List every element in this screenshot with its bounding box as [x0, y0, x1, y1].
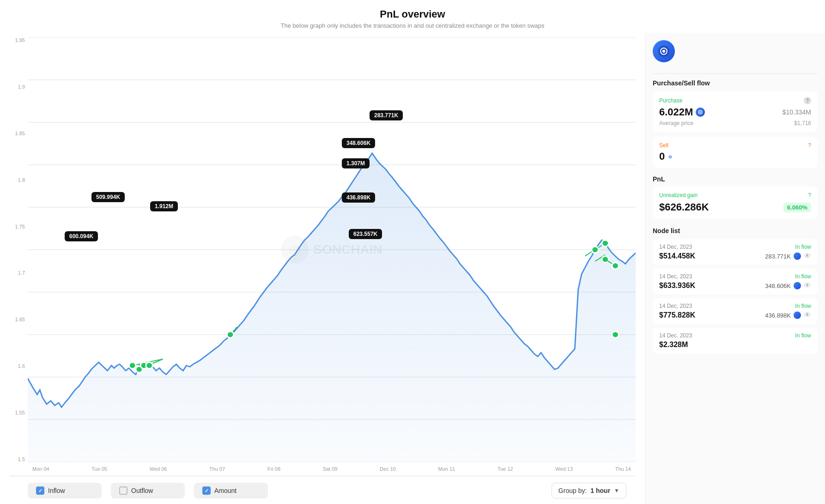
x-label: Tue 05 — [91, 466, 107, 472]
chart-container: 1.95 1.9 1.85 1.8 1.75 1.7 1.65 1.6 1.55… — [9, 37, 636, 476]
sell-section: Sell ? 0 — [653, 137, 818, 168]
node-usd: $2.328M — [659, 341, 688, 349]
purchase-main-row: 6.022M $10.334M — [659, 106, 811, 118]
main-content: 1.95 1.9 1.85 1.8 1.75 1.7 1.65 1.6 1.55… — [0, 33, 825, 504]
node-item: 14 Dec, 2023 In flow $775.828K 436.898K … — [653, 298, 818, 324]
node-item-row: $514.458K 283.771K 👁 — [659, 252, 811, 260]
node-token: 348.606K 👁 — [765, 282, 811, 290]
x-label: Thu 07 — [209, 466, 225, 472]
node-item-header: 14 Dec, 2023 In flow — [659, 332, 811, 339]
node-usd: $775.828K — [659, 311, 695, 319]
purchase-label-row: Purchase ? — [659, 97, 811, 104]
chart-area: 1.95 1.9 1.85 1.8 1.75 1.7 1.65 1.6 1.55… — [0, 33, 645, 504]
x-label: Mon 04 — [32, 466, 49, 472]
token-icon — [653, 40, 675, 62]
node-item-row: $2.328M — [659, 341, 811, 349]
node-flow-badge: In flow — [795, 273, 811, 280]
node-item-row: $775.828K 436.898K 👁 — [659, 311, 811, 319]
purchase-sell-title: Purchase/Sell flow — [653, 79, 818, 87]
sell-help-icon[interactable]: ? — [808, 142, 811, 149]
purchase-amount: 6.022M — [659, 106, 705, 118]
unrealized-help-icon[interactable]: ? — [808, 192, 811, 198]
group-by-prefix: Group by: — [558, 487, 587, 494]
purchase-section: Purchase ? 6.022M $10.334M Average price… — [653, 91, 818, 132]
y-label: 1.95 — [15, 37, 25, 43]
purchase-help-icon[interactable]: ? — [804, 97, 811, 104]
node-item: 14 Dec, 2023 In flow $2.328M — [653, 328, 818, 354]
y-label: 1.6 — [18, 363, 25, 369]
x-label: Wed 13 — [555, 466, 573, 472]
group-by-value: 1 hour — [590, 487, 610, 494]
svg-point-18 — [227, 331, 234, 338]
unrealized-pct: 6.060% — [783, 203, 811, 212]
node-usd: $514.458K — [659, 252, 695, 260]
inflow-label: Inflow — [48, 487, 65, 494]
chevron-down-icon: ▼ — [614, 487, 619, 494]
amount-checkbox[interactable]: Amount — [194, 483, 268, 498]
page-title: PnL overview — [0, 8, 825, 20]
x-label: Fri 08 — [267, 466, 280, 472]
y-label: 1.85 — [15, 131, 25, 136]
node-item: 14 Dec, 2023 In flow $514.458K 283.771K … — [653, 239, 818, 265]
unrealized-section: Unrealized gain ? $626.286K 6.060% — [653, 186, 818, 219]
node-item-header: 14 Dec, 2023 In flow — [659, 244, 811, 250]
eye-icon[interactable]: 👁 — [804, 282, 811, 290]
y-label: 1.9 — [18, 84, 25, 90]
chart-svg: ◎ SONCHAIN 600.094K 509.994K 1.912M 1.30… — [28, 37, 636, 462]
svg-point-22 — [602, 240, 609, 246]
unrealized-label: Unrealized gain — [659, 192, 698, 198]
x-label: Wed 06 — [150, 466, 167, 472]
node-list-title: Node list — [653, 227, 818, 234]
x-label: Dec 10 — [380, 466, 396, 472]
y-label: 1.65 — [15, 317, 25, 322]
page-subtitle: The below graph only includes the transa… — [0, 22, 825, 29]
svg-point-33 — [668, 155, 673, 159]
x-axis: Mon 04 Tue 05 Wed 06 Thu 07 Fri 08 Sat 0… — [28, 462, 636, 476]
avg-price-value: $1,716 — [794, 120, 811, 126]
svg-point-21 — [592, 246, 599, 253]
svg-point-24 — [602, 256, 609, 263]
x-label: Thu 14 — [615, 466, 631, 472]
x-label: Tue 12 — [497, 466, 513, 472]
node-item-header: 14 Dec, 2023 In flow — [659, 303, 811, 309]
node-token: 436.898K 👁 — [765, 311, 811, 319]
sell-label: Sell — [659, 142, 668, 149]
node-flow-badge: In flow — [795, 244, 811, 250]
avg-price-row: Average price $1,716 — [659, 120, 811, 126]
node-token: 283.771K 👁 — [765, 252, 811, 260]
node-date: 14 Dec, 2023 — [659, 303, 692, 309]
eye-icon[interactable]: 👁 — [804, 311, 811, 319]
unrealized-label-row: Unrealized gain ? — [659, 192, 811, 198]
node-date: 14 Dec, 2023 — [659, 332, 692, 339]
node-date: 14 Dec, 2023 — [659, 273, 692, 280]
eye-icon[interactable]: 👁 — [804, 252, 811, 260]
purchase-usd: $10.334M — [783, 108, 811, 116]
svg-point-27 — [612, 331, 619, 338]
y-label: 1.7 — [18, 270, 25, 276]
token-sm-icon — [794, 312, 801, 319]
svg-point-30 — [662, 50, 665, 53]
x-label: Mon 11 — [438, 466, 455, 472]
node-item: 14 Dec, 2023 In flow $633.936K 348.606K … — [653, 269, 818, 294]
purchase-label: Purchase — [659, 97, 683, 104]
outflow-label: Outflow — [131, 487, 153, 494]
sidebar: Purchase/Sell flow Purchase ? 6.022M $10… — [645, 33, 825, 504]
outflow-checkbox-box[interactable] — [119, 486, 127, 495]
amount-checkbox-box[interactable] — [202, 486, 211, 495]
inflow-checkbox-box[interactable] — [36, 486, 44, 495]
node-date: 14 Dec, 2023 — [659, 244, 692, 250]
sell-label-row: Sell ? — [659, 142, 811, 149]
node-flow-badge: In flow — [795, 332, 811, 339]
node-usd: $633.936K — [659, 282, 695, 290]
group-by-dropdown[interactable]: Group by: 1 hour ▼ — [552, 483, 626, 498]
inflow-checkbox[interactable]: Inflow — [28, 483, 102, 498]
coin-icon — [696, 108, 705, 117]
outflow-checkbox[interactable]: Outflow — [111, 483, 185, 498]
sell-coin-icon — [667, 150, 673, 162]
token-sm-icon — [794, 252, 801, 260]
token-sm-icon — [794, 282, 801, 289]
amount-label: Amount — [214, 487, 237, 494]
divider — [653, 73, 818, 74]
y-label: 1.75 — [15, 224, 25, 229]
chart-controls: Inflow Outflow Amount Group by: 1 hour ▼ — [9, 476, 636, 504]
